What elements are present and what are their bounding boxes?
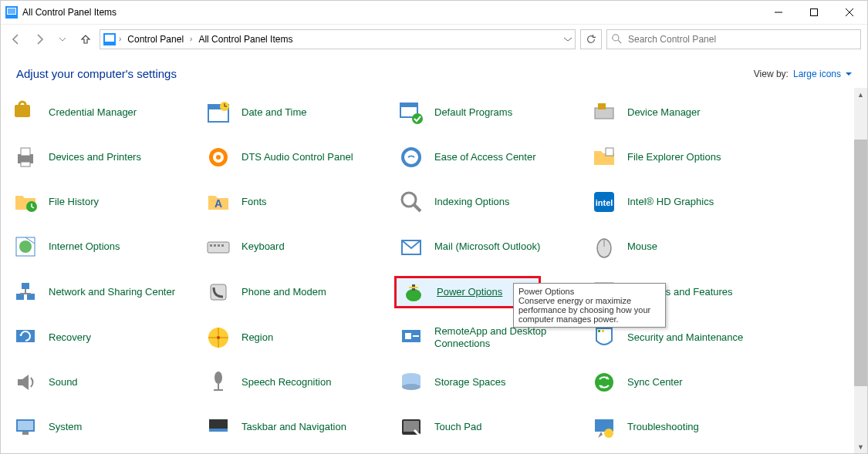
control-panel-item[interactable]: Internet Options — [8, 231, 201, 262]
control-panel-item[interactable]: Taskbar and Navigation — [201, 412, 394, 442]
svg-rect-53 — [211, 284, 226, 300]
item-label: Ease of Access Center — [434, 151, 536, 163]
item-label: System — [49, 421, 82, 433]
item-label: DTS Audio Control Panel — [241, 151, 353, 163]
item-label: Network and Sharing Center — [49, 286, 175, 298]
item-label: Date and Time — [241, 106, 307, 119]
troubleshoot-icon — [592, 415, 616, 439]
control-panel-item[interactable]: Date and Time — [201, 97, 394, 128]
control-panel-item[interactable]: Touch Pad — [394, 412, 587, 442]
viewby-value[interactable]: Large icons — [793, 69, 841, 79]
svg-point-62 — [217, 336, 220, 339]
item-label: Mail (Microsoft Outlook) — [434, 240, 540, 253]
tooltip: Power Options Conserve energy or maximiz… — [513, 283, 666, 328]
control-panel-item[interactable]: Storage Spaces — [394, 367, 587, 398]
control-panel-item[interactable]: Network and Sharing Center — [8, 276, 201, 308]
control-panel-item[interactable]: Region — [201, 322, 394, 353]
scroll-up-button[interactable]: ▲ — [854, 88, 867, 101]
control-panel-item[interactable]: Recovery — [8, 322, 201, 353]
control-panel-item[interactable]: Troubleshooting — [587, 412, 780, 442]
svg-rect-24 — [21, 148, 30, 156]
search-input[interactable] — [627, 33, 856, 45]
security-icon — [592, 325, 616, 350]
svg-rect-4 — [811, 9, 818, 16]
refresh-button[interactable] — [580, 29, 602, 49]
sync-icon — [592, 370, 616, 395]
breadcrumb-root[interactable]: Control Panel — [124, 32, 187, 46]
recent-dropdown[interactable] — [53, 30, 72, 49]
svg-rect-50 — [22, 283, 29, 289]
item-label: Devices and Printers — [49, 151, 141, 163]
control-panel-item[interactable]: Sound — [8, 367, 201, 398]
breadcrumb-current[interactable]: All Control Panel Items — [195, 32, 296, 46]
forward-button[interactable] — [30, 30, 49, 49]
svg-rect-44 — [221, 244, 224, 247]
svg-point-67 — [214, 372, 222, 384]
scroll-down-button[interactable]: ▼ — [854, 440, 867, 453]
search-icon — [612, 34, 622, 44]
up-button[interactable] — [76, 30, 95, 49]
control-panel-item[interactable]: Mail (Microsoft Outlook) — [394, 231, 587, 262]
chevron-right-icon: › — [119, 35, 121, 43]
window-title: All Control Panel Items — [22, 7, 117, 18]
item-label: Fonts — [241, 196, 267, 208]
control-panel-item[interactable]: Devices and Printers — [8, 142, 201, 173]
navbar: › Control Panel › All Control Panel Item… — [1, 24, 867, 53]
svg-rect-65 — [598, 330, 600, 332]
storage-icon — [399, 370, 424, 395]
content-area: Credential ManagerDate and TimeDefault P… — [1, 88, 867, 453]
control-panel-item[interactable]: Ease of Access Center — [394, 142, 587, 173]
control-panel-item[interactable]: System — [8, 412, 201, 442]
control-panel-item[interactable]: DTS Audio Control Panel — [201, 142, 394, 173]
item-label: Default Programs — [434, 106, 512, 119]
address-bar[interactable]: › Control Panel › All Control Panel Item… — [100, 29, 576, 49]
svg-rect-31 — [606, 148, 613, 156]
item-label: Sync Center — [627, 376, 683, 388]
chevron-down-icon[interactable] — [564, 35, 572, 43]
item-label: Recovery — [49, 331, 91, 344]
control-panel-item[interactable]: File History — [8, 187, 201, 217]
svg-rect-55 — [410, 291, 417, 298]
printers-icon — [13, 145, 38, 170]
mail-icon — [399, 234, 424, 259]
control-panel-item[interactable]: Device Manager — [587, 97, 780, 128]
touchpad-icon — [399, 415, 424, 439]
control-panel-item[interactable]: intelIntel® HD Graphics — [587, 187, 780, 217]
svg-rect-75 — [18, 421, 33, 430]
control-panel-item[interactable]: Speech Recognition — [201, 367, 394, 398]
minimize-button[interactable] — [761, 1, 796, 24]
search-box[interactable] — [606, 29, 861, 49]
svg-rect-64 — [405, 333, 411, 339]
control-panel-item[interactable]: Phone and Modem — [201, 276, 394, 308]
control-panel-item[interactable]: Keyboard — [201, 231, 394, 262]
recovery-icon — [13, 325, 38, 350]
chevron-right-icon: › — [190, 35, 192, 43]
control-panel-item[interactable]: File Explorer Options — [587, 142, 780, 173]
scroll-track[interactable] — [854, 101, 867, 440]
tooltip-body: Conserve energy or maximize performance … — [518, 296, 650, 324]
item-label: Phone and Modem — [241, 286, 326, 298]
sound-icon — [13, 370, 38, 395]
back-button[interactable] — [7, 30, 25, 49]
item-label: Taskbar and Navigation — [241, 421, 346, 433]
scroll-thumb[interactable] — [854, 140, 867, 386]
control-panel-item[interactable]: AFonts — [201, 187, 394, 217]
speech-icon — [206, 370, 231, 395]
remoteapp-icon — [399, 325, 424, 350]
item-label: Speech Recognition — [241, 376, 331, 388]
control-panel-item[interactable]: Credential Manager — [8, 97, 201, 128]
svg-rect-41 — [210, 244, 212, 247]
control-panel-item[interactable]: Sync Center — [587, 367, 780, 398]
maximize-button[interactable] — [796, 1, 832, 24]
close-button[interactable] — [832, 1, 867, 24]
view-by-selector[interactable]: View by: Large icons — [754, 69, 852, 79]
control-panel-item[interactable]: Default Programs — [394, 97, 587, 128]
item-label: Troubleshooting — [627, 421, 699, 433]
svg-point-82 — [604, 429, 613, 438]
network-icon — [13, 280, 38, 304]
control-panel-item[interactable]: Mouse — [587, 231, 780, 262]
svg-text:A: A — [214, 197, 222, 210]
vertical-scrollbar[interactable]: ▲ ▼ — [854, 88, 867, 453]
svg-rect-22 — [598, 103, 606, 109]
control-panel-item[interactable]: Indexing Options — [394, 187, 587, 217]
